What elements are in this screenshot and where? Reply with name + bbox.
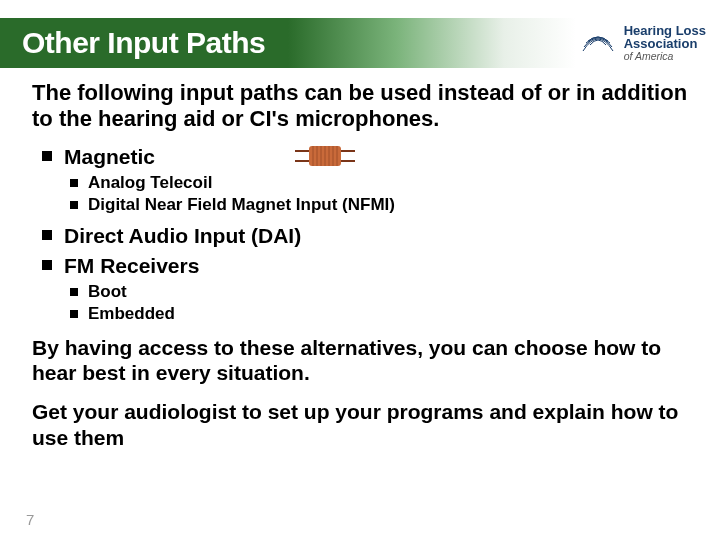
sub-embedded: Embedded <box>88 303 688 325</box>
bullet-magnetic-label: Magnetic <box>64 143 155 170</box>
bullet-fm: FM Receivers Boot Embedded <box>64 252 688 325</box>
logo-line2: Association <box>624 37 706 51</box>
magnetic-sublist: Analog Telecoil Digital Near Field Magne… <box>64 172 688 216</box>
telecoil-icon <box>295 143 355 169</box>
logo-line1: Hearing Loss <box>624 24 706 38</box>
bullet-list: Magnetic Analog Telecoil Digital Near Fi… <box>32 143 688 325</box>
logo-burst-icon <box>578 23 618 63</box>
bullet-dai: Direct Audio Input (DAI) <box>64 222 688 249</box>
fm-sublist: Boot Embedded <box>64 281 688 325</box>
closing-paragraph-1: By having access to these alternatives, … <box>32 335 688 385</box>
closing-paragraph-2: Get your audiologist to set up your prog… <box>32 399 688 449</box>
bullet-fm-label: FM Receivers <box>64 254 199 277</box>
logo-line3: of America <box>624 51 706 62</box>
title-bar: Other Input Paths Hearing Loss Associati… <box>0 18 720 68</box>
sub-boot: Boot <box>88 281 688 303</box>
bullet-magnetic: Magnetic Analog Telecoil Digital Near Fi… <box>64 143 688 216</box>
page-number: 7 <box>26 511 34 528</box>
intro-paragraph: The following input paths can be used in… <box>32 80 688 133</box>
slide-title: Other Input Paths <box>22 26 265 60</box>
sub-analog-telecoil: Analog Telecoil <box>88 172 688 194</box>
sub-nfmi: Digital Near Field Magnet Input (NFMI) <box>88 194 688 216</box>
slide-body: The following input paths can be used in… <box>0 68 720 450</box>
org-logo: Hearing Loss Association of America <box>578 23 706 63</box>
logo-text: Hearing Loss Association of America <box>624 24 706 62</box>
